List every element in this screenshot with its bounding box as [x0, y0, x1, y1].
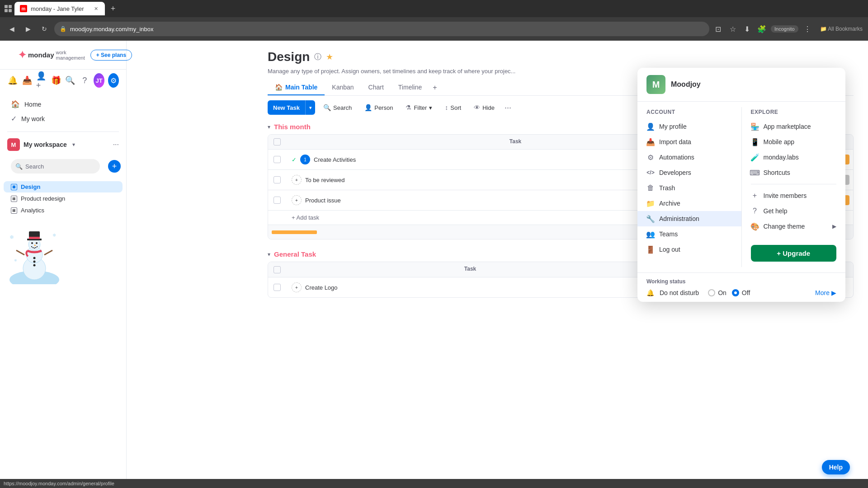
row3-checkbox[interactable]: [274, 197, 281, 204]
new-task-btn[interactable]: New Task ▾: [268, 100, 315, 115]
person-toolbar-btn[interactable]: 👤 Person: [360, 100, 397, 115]
trash-label: Trash: [659, 184, 675, 192]
sort-toolbar-btn[interactable]: ↕ Sort: [440, 100, 466, 115]
status-bar: https://moodjoy.monday.com/admin/general…: [0, 479, 868, 488]
tab-chart[interactable]: Chart: [361, 80, 391, 95]
row2-checkbox[interactable]: [274, 176, 281, 183]
invite-members-icon: +: [751, 192, 759, 200]
forward-btn[interactable]: ▶: [22, 23, 34, 35]
board-item-product-redesign[interactable]: ▦ Product redesign: [4, 193, 123, 204]
inbox-btn[interactable]: 📥: [22, 73, 33, 88]
monday-labs-icon: 🧪: [751, 153, 759, 161]
extension-btn[interactable]: 🧩: [756, 23, 767, 34]
dropdown-archive[interactable]: 📁 Archive: [637, 196, 741, 211]
working-status-bell-icon: 🔔: [646, 289, 654, 296]
see-plans-btn[interactable]: + See plans: [90, 50, 132, 61]
back-btn[interactable]: ◀: [5, 23, 18, 35]
trash-icon: 🗑: [646, 184, 655, 192]
board-label-analytics: Analytics: [21, 207, 44, 214]
download-btn[interactable]: ⬇: [742, 23, 753, 34]
search-icon: 🔍: [15, 163, 23, 170]
menu-btn[interactable]: ⋮: [802, 23, 813, 34]
search-global-btn[interactable]: 🔍: [65, 73, 76, 88]
td-check-g1: [268, 284, 286, 291]
dropdown-trash[interactable]: 🗑 Trash: [637, 180, 741, 196]
radio-off-btn[interactable]: [732, 289, 739, 296]
dropdown-app-marketplace[interactable]: 🏪 App marketplace: [742, 119, 846, 134]
company-avatar: M: [646, 75, 665, 94]
dropdown-shortcuts[interactable]: ⌨ Shortcuts: [742, 165, 846, 180]
refresh-btn[interactable]: ↻: [38, 23, 51, 35]
new-task-dropdown-arrow[interactable]: ▾: [306, 100, 315, 115]
sidebar-item-home[interactable]: 🏠 Home: [4, 97, 123, 111]
task-badge-2: +: [292, 175, 302, 185]
tab-timeline[interactable]: Timeline: [391, 80, 429, 95]
tab-main-table[interactable]: 🏠 Main Table: [268, 80, 325, 95]
dropdown-change-theme[interactable]: 🎨 Change theme ▶: [742, 219, 846, 234]
help-btn-top[interactable]: ?: [79, 73, 90, 88]
board-info-icon[interactable]: ⓘ: [314, 52, 321, 62]
tab-close-btn[interactable]: ✕: [92, 5, 99, 12]
developers-icon: </>: [646, 169, 655, 177]
address-bar[interactable]: 🔒 moodjoy.monday.com/my_inbox: [54, 22, 709, 36]
gift-btn[interactable]: 🎁: [51, 73, 61, 88]
dropdown-invite-members[interactable]: + Invite members: [742, 188, 846, 203]
dropdown-administration[interactable]: 🔧 Administration: [637, 211, 741, 226]
help-floating-btn[interactable]: Help: [822, 460, 850, 474]
dropdown-import-data[interactable]: 📥 Import data: [637, 134, 741, 150]
group-toggle-general[interactable]: ▾: [268, 251, 270, 258]
dropdown-automations[interactable]: ⚙ Automations: [637, 150, 741, 165]
dropdown-developers[interactable]: </> Developers: [637, 165, 741, 180]
tabs-btn[interactable]: [4, 4, 13, 13]
tab-add-btn[interactable]: +: [429, 80, 440, 95]
dropdown-teams[interactable]: 👥 Teams: [637, 226, 741, 242]
add-board-btn[interactable]: +: [108, 160, 121, 173]
hide-toolbar-btn[interactable]: 👁 Hide: [469, 100, 499, 115]
dropdown-monday-labs[interactable]: 🧪 monday.labs: [742, 150, 846, 165]
tab-title: monday - Jane Tyler: [31, 5, 84, 12]
bookmark-btn[interactable]: ☆: [727, 23, 738, 34]
sidebar-label-mywork: My work: [21, 115, 45, 122]
dropdown-my-profile[interactable]: 👤 My profile: [637, 119, 741, 134]
row-g1-checkbox[interactable]: [274, 284, 281, 291]
browser-tab[interactable]: m monday - Jane Tyler ✕: [14, 2, 105, 15]
dropdown-header: M Moodjoy: [637, 68, 845, 102]
row1-checkbox[interactable]: [274, 156, 281, 163]
board-item-analytics[interactable]: ▦ Analytics: [4, 205, 123, 216]
search-toolbar-btn[interactable]: 🔍 Search: [319, 100, 356, 115]
dropdown-logout[interactable]: 🚪 Log out: [637, 242, 741, 257]
svg-text:❄: ❄: [14, 258, 17, 263]
header-checkbox[interactable]: [274, 138, 281, 145]
get-help-label: Get help: [764, 207, 788, 215]
header-checkbox-g[interactable]: [274, 266, 281, 273]
logout-label: Log out: [659, 246, 680, 253]
archive-icon: 📁: [646, 199, 655, 207]
filter-toolbar-label: Filter: [414, 104, 427, 111]
svg-point-19: [33, 257, 36, 259]
sidebar-search[interactable]: 🔍 Search: [11, 159, 100, 174]
settings-btn[interactable]: ⚙: [108, 73, 119, 88]
apps-grid-icon[interactable]: [7, 48, 13, 62]
dropdown-get-help[interactable]: ? Get help: [742, 203, 846, 219]
working-status-more-link[interactable]: More ▶: [815, 289, 836, 296]
board-item-design[interactable]: ▦ Design: [4, 181, 123, 192]
change-theme-label: Change theme: [764, 223, 805, 230]
workspace-row[interactable]: M My workspace ▾ ···: [0, 136, 126, 154]
task-name-1: Create Activities: [314, 156, 356, 163]
tab-kanban[interactable]: Kanban: [325, 80, 361, 95]
board-star-icon[interactable]: ★: [326, 52, 333, 62]
toolbar-more-btn[interactable]: ···: [503, 101, 513, 114]
workspace-more-btn[interactable]: ···: [113, 141, 119, 149]
filter-toolbar-btn[interactable]: ⚗ Filter ▾: [401, 100, 437, 115]
screen-cast-btn[interactable]: ⊡: [713, 23, 724, 34]
sidebar-item-mywork[interactable]: ✓ My work: [4, 112, 123, 126]
group-toggle-thismonth[interactable]: ▾: [268, 124, 270, 130]
upgrade-btn[interactable]: + Upgrade: [751, 245, 837, 262]
notification-btn[interactable]: 🔔: [7, 73, 18, 88]
dropdown-mobile-app[interactable]: 📱 Mobile app: [742, 134, 846, 150]
user-avatar[interactable]: JT: [94, 73, 104, 88]
invite-btn[interactable]: 👤+: [36, 73, 47, 88]
radio-on-btn[interactable]: [708, 289, 715, 296]
new-tab-btn[interactable]: +: [107, 2, 119, 15]
status-url-text: https://moodjoy.monday.com/admin/general…: [4, 481, 114, 486]
